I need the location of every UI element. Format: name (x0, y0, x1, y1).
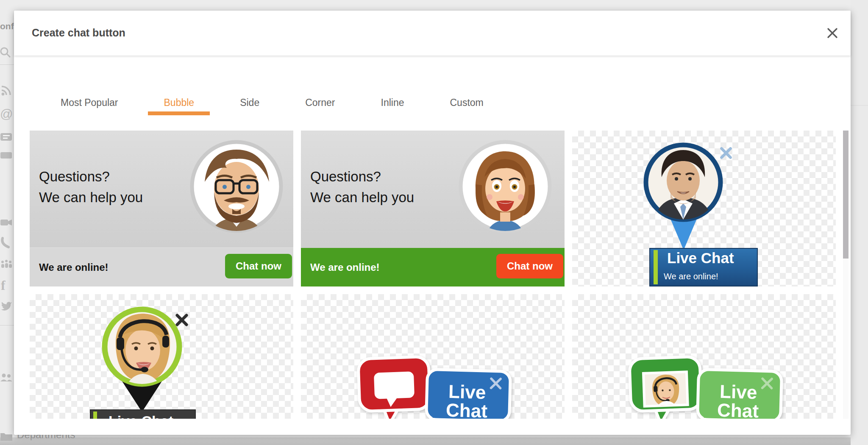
divider (0, 64, 14, 65)
chat-now-button: Chat now (496, 254, 563, 278)
chat-now-button: Chat now (225, 254, 292, 278)
svg-text:@: @ (0, 108, 13, 120)
phone-icon (0, 236, 13, 249)
chat-button-template-speech-green[interactable]: Live Chat (572, 294, 836, 419)
banner-stripe (654, 250, 658, 284)
photo-woman-headset-avatar (99, 303, 185, 390)
tab-side[interactable]: Side (240, 96, 259, 109)
template-status-bar: We are online! Chat now (30, 248, 293, 286)
team-icon (0, 259, 13, 271)
twitter-icon (0, 299, 13, 312)
people-icon (0, 372, 13, 385)
light-green-speech-bubble: Live Chat (697, 369, 782, 419)
red-speech-bubble (358, 356, 431, 419)
template-headline: Questions? We can help you (39, 166, 143, 208)
photo-woman-headset-thumbnail (645, 373, 687, 406)
live-chat-title: Live Chat (667, 250, 734, 267)
chat-button-template-bubble-dark[interactable]: Live Chat (30, 294, 293, 419)
chat-button-template-banner-green[interactable]: Questions? We can help you (301, 131, 565, 286)
status-text: We are online! (310, 261, 380, 273)
headline-line1: Questions? (39, 166, 143, 187)
template-status-bar: We are online! Chat now (301, 248, 565, 286)
template-gallery: Questions? We can help you (30, 131, 836, 419)
tab-most-popular[interactable]: Most Popular (61, 96, 118, 109)
facebook-icon: f (0, 279, 13, 292)
modal-body: Most Popular Bubble Side Corner Inline C… (14, 56, 851, 435)
headline-line1: Questions? (310, 166, 414, 187)
live-chat-text-line2: Chat (446, 400, 488, 419)
tab-inline[interactable]: Inline (381, 96, 404, 109)
green-speech-bubble (629, 356, 702, 419)
photo-man-avatar (641, 140, 726, 225)
close-icon (826, 27, 839, 39)
signal-icon (0, 84, 13, 97)
tab-custom[interactable]: Custom (450, 96, 483, 109)
live-chat-banner: Live Chat (90, 409, 196, 419)
status-text: We are online! (39, 261, 108, 273)
modal-title: Create chat button (32, 27, 125, 39)
cartoon-woman-avatar (456, 138, 554, 235)
chat-button-template-bubble-blue[interactable]: Live Chat We are online! (572, 131, 836, 286)
live-chat-text-line2: Chat (717, 400, 759, 419)
close-button[interactable] (825, 26, 840, 40)
chat-button-template-speech-blue[interactable]: Live Chat (301, 294, 565, 419)
folder-icon (0, 431, 13, 443)
cartoon-man-avatar (188, 138, 285, 235)
video-camera-icon (0, 216, 13, 229)
search-icon (0, 47, 13, 59)
divider (0, 325, 14, 325)
blue-speech-bubble: Live Chat (426, 369, 511, 419)
chat-lines-icon (0, 131, 13, 144)
headline-line2: We can help you (39, 187, 143, 208)
template-headline: Questions? We can help you (310, 166, 414, 208)
screen: onfi @ f De (0, 0, 868, 445)
background-bottom-bar (0, 437, 868, 445)
speech-bubbles-graphic: Live Chat (572, 294, 836, 419)
tab-corner[interactable]: Corner (305, 96, 335, 109)
background-right-strip (851, 0, 868, 445)
scrollbar-track[interactable] (843, 131, 849, 419)
live-chat-title: Live Chat (108, 413, 173, 419)
live-chat-banner: Live Chat We are online! (649, 248, 758, 286)
chat-button-template-banner-gray[interactable]: Questions? We can help you (30, 131, 293, 286)
banner-stripe (93, 412, 97, 419)
headline-line2: We can help you (310, 187, 414, 208)
live-chat-status: We are online! (664, 272, 718, 281)
at-sign-icon: @ (0, 108, 13, 120)
create-chat-button-modal: Create chat button Most Popular Bubble S… (14, 11, 851, 435)
tab-bubble[interactable]: Bubble (164, 96, 195, 109)
scrollbar-thumb[interactable] (843, 131, 849, 259)
speech-bubbles-graphic: Live Chat (301, 294, 565, 419)
modal-header: Create chat button (14, 11, 851, 56)
svg-text:f: f (1, 279, 6, 292)
tab-bar: Most Popular Bubble Side Corner Inline C… (61, 96, 484, 109)
menu-bar-icon (0, 149, 13, 162)
